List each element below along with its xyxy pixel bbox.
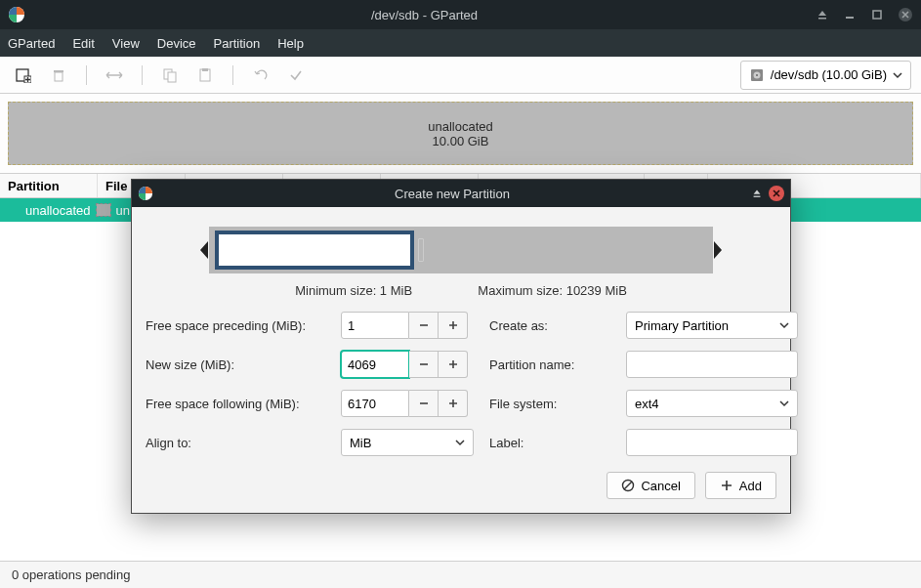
statusbar: 0 operations pending: [0, 561, 921, 588]
decrement-button[interactable]: [409, 390, 439, 417]
cancel-icon: [621, 479, 635, 492]
max-size-label: Maximum size: 10239 MiB: [478, 283, 626, 298]
chevron-down-icon: [779, 399, 789, 408]
disk-map-container: unallocated 10.00 GiB: [0, 94, 921, 173]
create-as-select[interactable]: Primary Partition: [626, 312, 798, 339]
partition-name-input[interactable]: [626, 351, 798, 378]
increment-button[interactable]: [439, 351, 468, 378]
toolbar-separator: [232, 65, 233, 85]
disk-map-unallocated[interactable]: unallocated 10.00 GiB: [8, 102, 913, 165]
device-selector[interactable]: /dev/sdb (10.00 GiB): [740, 61, 911, 90]
new-size-input[interactable]: [341, 351, 409, 378]
main-window: /dev/sdb - GParted GParted Edit View Dev…: [0, 0, 921, 588]
undo-button[interactable]: [247, 63, 274, 88]
maximize-icon[interactable]: [870, 8, 884, 21]
label-align-to: Align to:: [146, 436, 341, 450]
menu-edit[interactable]: Edit: [72, 36, 94, 51]
label-create-as: Create as:: [489, 318, 626, 333]
apply-button[interactable]: [282, 63, 310, 88]
device-selector-text: /dev/sdb (10.00 GiB): [771, 67, 887, 82]
label-label: Label:: [489, 436, 626, 450]
keep-above-icon[interactable]: [816, 8, 829, 21]
titlebar: /dev/sdb - GParted: [0, 0, 921, 29]
window-title: /dev/sdb - GParted: [33, 8, 816, 22]
slider-right-arrow-icon[interactable]: [713, 241, 723, 259]
label-free-preceding: Free space preceding (MiB):: [146, 318, 341, 333]
toolbar-separator: [86, 65, 87, 85]
svg-rect-3: [873, 11, 881, 19]
slider-selection[interactable]: [215, 231, 414, 270]
decrement-button[interactable]: [409, 351, 439, 378]
free-following-input[interactable]: [341, 390, 409, 417]
status-text: 0 operations pending: [12, 567, 130, 582]
min-size-label: Minimum size: 1 MiB: [295, 283, 412, 298]
free-preceding-spinner[interactable]: [341, 312, 474, 339]
menu-view[interactable]: View: [112, 36, 140, 51]
fs-color-swatch: [97, 204, 110, 216]
add-button[interactable]: Add: [705, 472, 776, 499]
chevron-down-icon: [893, 70, 902, 80]
align-to-select[interactable]: MiB: [341, 429, 474, 456]
diskmap-size: 10.00 GiB: [433, 134, 489, 148]
menu-help[interactable]: Help: [277, 36, 304, 51]
slider-track[interactable]: [209, 227, 713, 273]
new-size-spinner[interactable]: [341, 351, 474, 378]
size-limits: Minimum size: 1 MiB Maximum size: 10239 …: [146, 283, 776, 298]
increment-button[interactable]: [439, 312, 468, 339]
menubar: GParted Edit View Device Partition Help: [0, 29, 921, 57]
toolbar-separator: [142, 65, 143, 85]
plus-icon: [720, 479, 733, 492]
svg-rect-8: [54, 70, 63, 72]
paste-button[interactable]: [191, 63, 219, 88]
col-partition[interactable]: Partition: [0, 174, 98, 197]
increment-button[interactable]: [439, 390, 468, 417]
partition-list: unallocated un Create new Partition: [0, 198, 921, 561]
svg-rect-7: [55, 72, 63, 81]
keep-above-icon[interactable]: [751, 188, 763, 199]
resize-move-button[interactable]: [101, 63, 128, 88]
copy-button[interactable]: [156, 63, 184, 88]
chevron-down-icon: [455, 438, 465, 447]
decrement-button[interactable]: [409, 312, 439, 339]
chevron-down-icon: [779, 320, 789, 330]
gparted-app-icon: [138, 186, 153, 201]
gparted-app-icon: [8, 6, 25, 23]
close-icon[interactable]: [898, 7, 913, 22]
dialog-title: Create new Partition: [153, 187, 751, 201]
svg-rect-12: [202, 68, 208, 71]
partition-size-slider: [199, 227, 723, 273]
svg-rect-1: [818, 18, 826, 20]
diskmap-label: unallocated: [428, 119, 493, 134]
free-preceding-input[interactable]: [341, 312, 409, 339]
disk-icon: [749, 67, 765, 83]
label-free-following: Free space following (MiB):: [146, 397, 341, 411]
row-name: unallocated: [25, 203, 91, 218]
dialog-close-button[interactable]: [769, 186, 784, 201]
label-input[interactable]: [626, 429, 798, 456]
svg-rect-10: [168, 72, 176, 82]
menu-partition[interactable]: Partition: [214, 36, 261, 51]
label-new-size: New size (MiB):: [146, 357, 341, 372]
delete-partition-button[interactable]: [45, 63, 72, 88]
svg-point-15: [756, 74, 758, 76]
slider-handle[interactable]: [418, 238, 424, 262]
cancel-button[interactable]: Cancel: [607, 472, 694, 499]
minimize-icon[interactable]: [843, 8, 857, 21]
label-filesystem: File system:: [489, 397, 626, 411]
dialog-titlebar: Create new Partition: [132, 180, 790, 207]
svg-rect-2: [846, 17, 854, 19]
row-fs: un: [116, 203, 130, 218]
slider-left-arrow-icon[interactable]: [199, 241, 209, 259]
create-partition-dialog: Create new Partition Minimum size: 1 MiB: [131, 179, 791, 514]
svg-rect-17: [754, 196, 761, 197]
new-partition-button[interactable]: [10, 63, 37, 88]
window-buttons: [816, 7, 913, 22]
filesystem-select[interactable]: ext4: [626, 390, 798, 417]
menu-gparted[interactable]: GParted: [8, 36, 55, 51]
menu-device[interactable]: Device: [157, 36, 196, 51]
toolbar: /dev/sdb (10.00 GiB): [0, 57, 921, 94]
label-partition-name: Partition name:: [489, 357, 626, 372]
free-following-spinner[interactable]: [341, 390, 474, 417]
